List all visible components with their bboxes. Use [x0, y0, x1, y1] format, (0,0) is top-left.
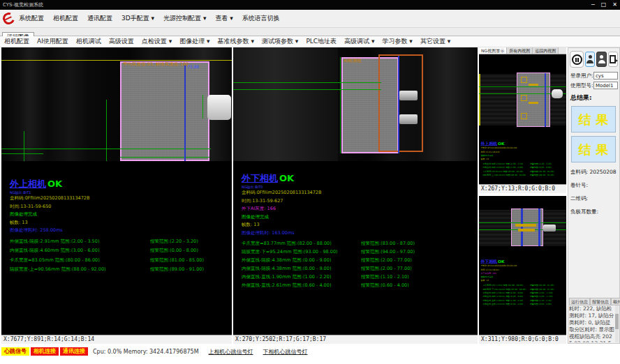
operator-button[interactable]: [596, 52, 606, 67]
pause-button[interactable]: [570, 51, 584, 68]
qr-info-row: 二维码:: [570, 195, 619, 202]
defect-label-mark: [529, 84, 538, 86]
small-bottom-result-mini: 外下相机OK 盒料码:0FfIIim2025020813313472B 时间:1…: [479, 256, 566, 334]
measure-text: 隔膜宽度-下=95.24mm 范围:(93.00 - 98.00): [242, 249, 338, 255]
machinery-band: [233, 47, 338, 161]
model-field[interactable]: Model1: [593, 82, 618, 89]
measure-alarm: 报警范围:(0.00 - 8.00): [150, 248, 198, 254]
left-pixel-coordinates: X:7677;Y:891;R:14;G:14;B:14: [1, 335, 232, 344]
tool-camera-debug[interactable]: 相机调试: [76, 37, 101, 46]
tab-run-info[interactable]: 运行信息: [569, 298, 590, 305]
menu-system-config[interactable]: 系统配置: [19, 14, 44, 23]
measure-line-blue: [184, 65, 186, 161]
measure-row: 内侧直线-隔膜:4.38mm 范围:(0.00 - 9.00)报警范围:(2.0…: [242, 266, 478, 274]
tool-ai-config[interactable]: AI使用配置: [37, 37, 68, 46]
gripper-clip: [207, 95, 231, 120]
done-line: 图像处理完成: [242, 213, 478, 222]
control-button-row: [568, 48, 619, 70]
menu-camera-config[interactable]: 相机配置: [53, 14, 78, 23]
tool-spot-check[interactable]: 点检设置 ▾: [142, 37, 172, 46]
camera-name: 外上相机: [10, 179, 46, 189]
menu-view[interactable]: 查看 ▾: [215, 14, 232, 23]
measure-row: 卡爪宽度=83.05mm 范围:(80.00 - 86.00)报警范围:(81.…: [10, 257, 232, 267]
measure-text: 卡爪宽度=83.77mm 范围:(82.00 - 88.00): [482, 284, 523, 287]
tool-advanced-settings[interactable]: 高级设置: [109, 37, 134, 46]
login-user-field[interactable]: cys: [593, 72, 618, 79]
small-bottom-camera-image[interactable]: [479, 202, 566, 256]
top-camera-heartbeat-link[interactable]: 上相机心跳信号灯: [209, 348, 253, 356]
cell-region: [120, 61, 209, 161]
tab-all-views[interactable]: 所有内视图: [507, 47, 533, 54]
measure-line: [24, 131, 24, 161]
tab-extra-info[interactable]: 额外信息: [611, 298, 620, 305]
time-line: 时间:13-31-59-650: [10, 203, 232, 211]
user-switch-button[interactable]: [585, 52, 595, 67]
tool-image-processing[interactable]: 图像处理 ▾: [179, 37, 209, 46]
menu-comm-config[interactable]: 通讯配置: [87, 14, 112, 23]
measure-alarm: 报警范围:(83.00 - 87.00): [361, 241, 415, 247]
tab-row: 运行图像: [0, 28, 620, 36]
left-measure-list: 外侧直线-隔膜:2.91mm 范围:(2.00 - 3.50)报警范围:(2.2…: [10, 238, 232, 276]
measure-line-blue: [398, 56, 399, 153]
left-result-block: 外上相机OK NG输出:BIT1 盒料码:0FfIIim202502081331…: [10, 178, 232, 235]
measure-row: 外侧直线-隔膜:4.38mm 范围:(0.00 - 9.00)报警范围:(2.0…: [242, 257, 478, 266]
log-scrollbar-thumb[interactable]: [615, 314, 619, 329]
small-view-tabs: NG视图显示 所有内视图 追踪内视图: [479, 47, 566, 54]
measure-text: 外侧直线-隔膜:4.38mm 范围:(0.00 - 9.00): [482, 291, 523, 294]
measure-text: 外侧直线-直线:2.61mm 范围:(0.60 - 4.00): [242, 282, 331, 288]
measure-alarm: 报警范围:(2.00 - 77.00): [361, 266, 412, 272]
minimize-icon[interactable]: ─: [591, 0, 595, 10]
login-user-row: 登录用户: cys: [570, 72, 619, 79]
tab-ng-view[interactable]: NG视图显示: [479, 47, 507, 54]
electrode-tab: [543, 225, 556, 232]
tool-learning-params[interactable]: 学习参数 ▾: [383, 37, 413, 46]
menu-3d-hand-config[interactable]: 3D手配置 ▾: [121, 14, 154, 23]
barcode-line: 盒料码:0FfIIim2025020813313472B: [242, 189, 478, 197]
measure-alarm: 报警范围:(81.00 - 85.00): [530, 170, 554, 173]
measure-text: 卡爪宽度=83.05mm 范围:(80.00 - 86.00): [482, 170, 523, 173]
measure-text: 卡爪宽度=83.77mm 范围:(82.00 - 88.00): [242, 241, 332, 246]
exit-button[interactable]: [608, 52, 618, 67]
measure-alarm: 报警范围:(81.00 - 85.00): [150, 257, 204, 264]
small-top-camera-image[interactable]: [479, 54, 566, 138]
small-top-pixel-coordinates: X:267;Y:13;R:0;G:0;B:0: [479, 184, 566, 193]
left-camera-image[interactable]: 平均灰度值:93, 标准灰度值:100 73,88: [1, 47, 232, 161]
tab-track-views[interactable]: 追踪内视图: [533, 47, 559, 54]
cpu-memory-text: Cpu: 0.0% Memory: 3424.41796875M: [93, 349, 199, 355]
menu-language-switch[interactable]: 系统语言切换: [242, 14, 280, 23]
tool-plc-address[interactable]: PLC地址表: [306, 37, 337, 46]
measure-text: 内侧直线-隔膜:4.60mm 范围:(3.00 - 6.00): [482, 166, 523, 169]
camera-result-title: 外下相机OK: [242, 172, 478, 185]
tool-other-settings[interactable]: 其它设置 ▾: [420, 37, 450, 46]
tool-test-params[interactable]: 测试项参数 ▾: [262, 37, 298, 46]
result-box-bottom: 结果: [571, 136, 616, 162]
bottom-camera-heartbeat-link[interactable]: 下相机心跳信号灯: [263, 348, 308, 356]
measure-text: 内侧直线-隔膜:4.38mm 范围:(0.00 - 9.00): [482, 295, 523, 298]
tool-baseline-params[interactable]: 基准线参数 ▾: [218, 37, 254, 46]
measure-text: 卡爪宽度=83.05mm 范围:(80.00 - 86.00): [10, 257, 100, 263]
tool-advanced-debug[interactable]: 高级调试 ▾: [344, 37, 374, 46]
app-window: CYS-视觉检测系统 ─ □ ✕ 系统配置 相机配置 通讯配置 3D手配置 ▾ …: [0, 0, 620, 364]
measure-row: 隔膜宽度-上=90.56mm 范围:(88.00 - 92.00)报警范围:(8…: [10, 266, 232, 276]
maximize-icon[interactable]: □: [601, 0, 607, 10]
mid-camera-image[interactable]: AI检测框: [233, 47, 478, 161]
menu-light-config[interactable]: 光源控制配置 ▾: [163, 14, 206, 23]
measure-row: 外侧直线-隔膜:2.91mm 范围:(2.00 - 3.50)报警范围:(2.2…: [10, 238, 232, 248]
result-box-top: 结果: [571, 106, 616, 132]
measure-row: 内侧直线-隔膜:4.60mm 范围:(3.00 - 6.00)报警范围:(0.0…: [10, 248, 232, 257]
camera-name: 外下相机: [481, 259, 497, 264]
frame-line: 帧数: 13: [481, 158, 566, 161]
close-icon[interactable]: ✕: [612, 0, 617, 10]
measure-alarm: 报警范围:(2.00 - 77.00): [361, 257, 412, 264]
measure-line: [233, 89, 381, 90]
defect-label-mark: [529, 102, 538, 104]
overlay-yellow-line: [1, 60, 232, 61]
measure-row: 外侧直线-直线:2.61mm 范围:(0.60 - 4.00)报警范围:(0.6…: [242, 282, 478, 291]
tab-alarm-info[interactable]: 报警信息: [590, 298, 611, 305]
measure-line: [233, 82, 381, 83]
gray-value-label: 平均灰度值:93, 标准灰度值:100: [123, 61, 189, 68]
brand-logo-icon: [1, 10, 17, 26]
tool-camera-config[interactable]: 相机配置: [4, 37, 29, 46]
result-status: OK: [47, 179, 62, 189]
log-scrollbar[interactable]: [615, 305, 619, 342]
